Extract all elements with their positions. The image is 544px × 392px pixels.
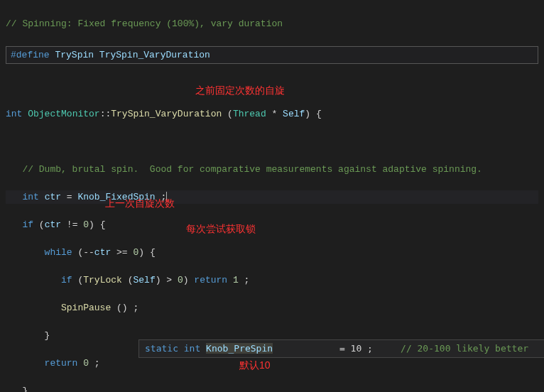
annotation-fixed-spin: 之前固定次数的自旋 (195, 83, 285, 98)
code-line: if (TryLock (Self) > 0) return 1 ; (6, 273, 538, 288)
annotation-prev-spin: 上一次自旋次数 (105, 196, 175, 211)
code-editor[interactable]: // Spinning: Fixed frequency (100%), var… (0, 0, 544, 392)
code-line: } (6, 384, 538, 393)
code-line: SpinPause () ; (6, 301, 538, 315)
code-line: int ObjectMonitor::TrySpin_VaryDuration … (6, 107, 538, 121)
annotation-try-lock: 每次尝试获取锁 (186, 222, 256, 236)
define-box: #define TrySpin TrySpin_VaryDuration (6, 46, 538, 65)
code-line (6, 135, 538, 149)
code-line-active: int ctr = Knob_FixedSpin ; (6, 190, 538, 205)
code-line: if (ctr != 0) { (6, 218, 538, 232)
code-line: return 0 ; (6, 356, 538, 371)
code-line: // Dumb, brutal spin. Good for comparati… (6, 163, 538, 177)
hover-tooltip: static int Knob_PreSpin = 10 ; // 20-100… (138, 339, 544, 358)
annotation-default-10: 默认10 (239, 358, 271, 373)
code-line: while (--ctr >= 0) { (6, 246, 538, 260)
code-line: // Spinning: Fixed frequency (100%), var… (6, 17, 538, 31)
